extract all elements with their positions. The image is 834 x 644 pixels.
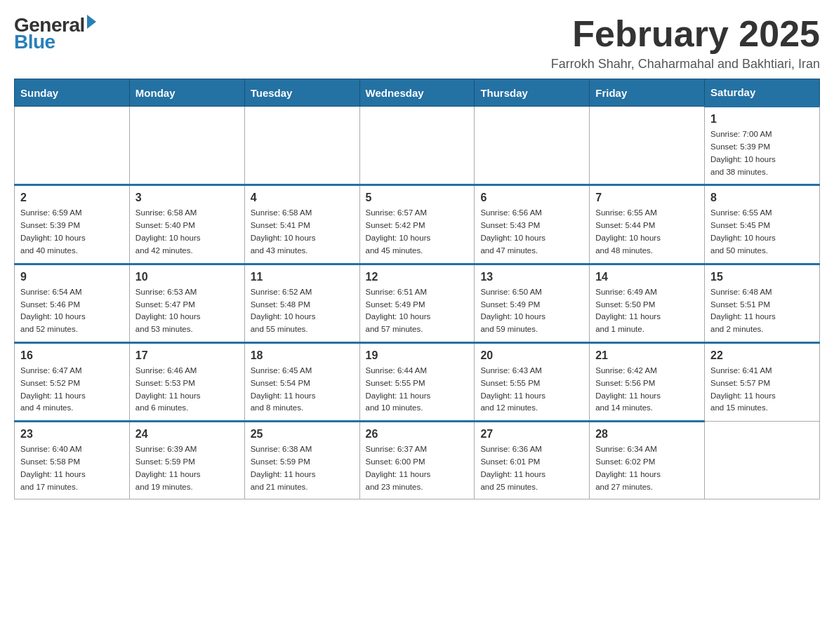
table-row — [15, 107, 130, 185]
day-number: 6 — [480, 192, 583, 204]
calendar-week-row: 16Sunrise: 6:47 AM Sunset: 5:52 PM Dayli… — [15, 342, 820, 421]
table-row: 17Sunrise: 6:46 AM Sunset: 5:53 PM Dayli… — [129, 342, 244, 421]
calendar-week-row: 1Sunrise: 7:00 AM Sunset: 5:39 PM Daylig… — [15, 107, 820, 185]
day-number: 3 — [135, 192, 239, 204]
table-row: 22Sunrise: 6:41 AM Sunset: 5:57 PM Dayli… — [705, 342, 820, 421]
table-row: 28Sunrise: 6:34 AM Sunset: 6:02 PM Dayli… — [590, 422, 705, 499]
calendar-header-thursday: Thursday — [475, 79, 590, 107]
table-row — [129, 107, 244, 185]
day-number: 5 — [366, 192, 469, 204]
day-info: Sunrise: 6:46 AM Sunset: 5:53 PM Dayligh… — [135, 365, 239, 415]
day-info: Sunrise: 6:54 AM Sunset: 5:46 PM Dayligh… — [20, 286, 124, 336]
day-number: 26 — [366, 428, 469, 441]
day-number: 2 — [20, 192, 124, 204]
calendar-header-tuesday: Tuesday — [244, 79, 359, 107]
day-number: 22 — [710, 349, 814, 362]
day-info: Sunrise: 6:41 AM Sunset: 5:57 PM Dayligh… — [710, 365, 814, 415]
table-row: 26Sunrise: 6:37 AM Sunset: 6:00 PM Dayli… — [359, 422, 475, 499]
logo: General Blue — [14, 14, 96, 53]
table-row: 11Sunrise: 6:52 AM Sunset: 5:48 PM Dayli… — [244, 264, 359, 342]
day-number: 21 — [595, 349, 699, 362]
calendar-header-saturday: Saturday — [705, 79, 820, 107]
calendar-header-wednesday: Wednesday — [359, 79, 475, 107]
day-number: 9 — [20, 271, 124, 283]
calendar-week-row: 9Sunrise: 6:54 AM Sunset: 5:46 PM Daylig… — [15, 264, 820, 342]
day-info: Sunrise: 6:44 AM Sunset: 5:55 PM Dayligh… — [366, 365, 469, 415]
day-number: 16 — [20, 349, 124, 362]
table-row: 23Sunrise: 6:40 AM Sunset: 5:58 PM Dayli… — [15, 422, 130, 499]
day-number: 10 — [135, 271, 239, 283]
day-info: Sunrise: 6:36 AM Sunset: 6:01 PM Dayligh… — [480, 443, 583, 493]
day-number: 28 — [595, 428, 699, 441]
table-row — [705, 422, 820, 499]
table-row: 25Sunrise: 6:38 AM Sunset: 5:59 PM Dayli… — [244, 422, 359, 499]
day-info: Sunrise: 6:55 AM Sunset: 5:44 PM Dayligh… — [595, 207, 699, 257]
day-info: Sunrise: 6:51 AM Sunset: 5:49 PM Dayligh… — [366, 286, 469, 336]
day-number: 18 — [251, 349, 354, 362]
calendar-header-sunday: Sunday — [15, 79, 130, 107]
table-row: 13Sunrise: 6:50 AM Sunset: 5:49 PM Dayli… — [475, 264, 590, 342]
table-row: 20Sunrise: 6:43 AM Sunset: 5:55 PM Dayli… — [475, 342, 590, 421]
table-row: 12Sunrise: 6:51 AM Sunset: 5:49 PM Dayli… — [359, 264, 475, 342]
day-info: Sunrise: 6:47 AM Sunset: 5:52 PM Dayligh… — [20, 365, 124, 415]
calendar-header-row: SundayMondayTuesdayWednesdayThursdayFrid… — [15, 79, 820, 107]
logo-blue-text: Blue — [14, 31, 55, 53]
day-number: 4 — [251, 192, 354, 204]
day-info: Sunrise: 6:45 AM Sunset: 5:54 PM Dayligh… — [251, 365, 354, 415]
day-number: 19 — [366, 349, 469, 362]
day-info: Sunrise: 6:49 AM Sunset: 5:50 PM Dayligh… — [595, 286, 699, 336]
day-number: 25 — [251, 428, 354, 441]
table-row: 3Sunrise: 6:58 AM Sunset: 5:40 PM Daylig… — [129, 185, 244, 264]
table-row — [359, 107, 475, 185]
day-info: Sunrise: 6:42 AM Sunset: 5:56 PM Dayligh… — [595, 365, 699, 415]
table-row: 19Sunrise: 6:44 AM Sunset: 5:55 PM Dayli… — [359, 342, 475, 421]
day-info: Sunrise: 6:38 AM Sunset: 5:59 PM Dayligh… — [251, 443, 354, 493]
table-row: 2Sunrise: 6:59 AM Sunset: 5:39 PM Daylig… — [15, 185, 130, 264]
calendar-header-friday: Friday — [590, 79, 705, 107]
table-row — [244, 107, 359, 185]
day-info: Sunrise: 6:40 AM Sunset: 5:58 PM Dayligh… — [20, 443, 124, 493]
day-info: Sunrise: 6:58 AM Sunset: 5:41 PM Dayligh… — [251, 207, 354, 257]
day-info: Sunrise: 6:56 AM Sunset: 5:43 PM Dayligh… — [480, 207, 583, 257]
table-row: 8Sunrise: 6:55 AM Sunset: 5:45 PM Daylig… — [705, 185, 820, 264]
day-number: 1 — [710, 113, 814, 126]
day-info: Sunrise: 6:57 AM Sunset: 5:42 PM Dayligh… — [366, 207, 469, 257]
day-number: 13 — [480, 271, 583, 283]
day-info: Sunrise: 7:00 AM Sunset: 5:39 PM Dayligh… — [710, 128, 814, 178]
day-number: 15 — [710, 271, 814, 283]
title-section: February 2025 Farrokh Shahr, Chaharmahal… — [551, 14, 820, 72]
table-row: 21Sunrise: 6:42 AM Sunset: 5:56 PM Dayli… — [590, 342, 705, 421]
table-row: 6Sunrise: 6:56 AM Sunset: 5:43 PM Daylig… — [475, 185, 590, 264]
day-info: Sunrise: 6:59 AM Sunset: 5:39 PM Dayligh… — [20, 207, 124, 257]
day-number: 11 — [251, 271, 354, 283]
logo-arrow-icon — [87, 15, 96, 29]
day-info: Sunrise: 6:48 AM Sunset: 5:51 PM Dayligh… — [710, 286, 814, 336]
location-subtitle: Farrokh Shahr, Chaharmahal and Bakhtiari… — [551, 57, 820, 72]
table-row: 4Sunrise: 6:58 AM Sunset: 5:41 PM Daylig… — [244, 185, 359, 264]
table-row — [590, 107, 705, 185]
day-info: Sunrise: 6:43 AM Sunset: 5:55 PM Dayligh… — [480, 365, 583, 415]
calendar-week-row: 23Sunrise: 6:40 AM Sunset: 5:58 PM Dayli… — [15, 422, 820, 499]
table-row: 5Sunrise: 6:57 AM Sunset: 5:42 PM Daylig… — [359, 185, 475, 264]
table-row: 14Sunrise: 6:49 AM Sunset: 5:50 PM Dayli… — [590, 264, 705, 342]
day-number: 12 — [366, 271, 469, 283]
table-row: 16Sunrise: 6:47 AM Sunset: 5:52 PM Dayli… — [15, 342, 130, 421]
table-row: 15Sunrise: 6:48 AM Sunset: 5:51 PM Dayli… — [705, 264, 820, 342]
table-row: 7Sunrise: 6:55 AM Sunset: 5:44 PM Daylig… — [590, 185, 705, 264]
day-number: 8 — [710, 192, 814, 204]
day-number: 20 — [480, 349, 583, 362]
day-info: Sunrise: 6:53 AM Sunset: 5:47 PM Dayligh… — [135, 286, 239, 336]
day-info: Sunrise: 6:39 AM Sunset: 5:59 PM Dayligh… — [135, 443, 239, 493]
table-row: 27Sunrise: 6:36 AM Sunset: 6:01 PM Dayli… — [475, 422, 590, 499]
day-number: 23 — [20, 428, 124, 441]
page-header: General Blue February 2025 Farrokh Shahr… — [14, 14, 820, 72]
calendar-header-monday: Monday — [129, 79, 244, 107]
table-row: 18Sunrise: 6:45 AM Sunset: 5:54 PM Dayli… — [244, 342, 359, 421]
day-number: 14 — [595, 271, 699, 283]
table-row: 1Sunrise: 7:00 AM Sunset: 5:39 PM Daylig… — [705, 107, 820, 185]
day-number: 7 — [595, 192, 699, 204]
calendar-table: SundayMondayTuesdayWednesdayThursdayFrid… — [14, 79, 820, 499]
day-info: Sunrise: 6:58 AM Sunset: 5:40 PM Dayligh… — [135, 207, 239, 257]
day-number: 27 — [480, 428, 583, 441]
day-info: Sunrise: 6:52 AM Sunset: 5:48 PM Dayligh… — [251, 286, 354, 336]
